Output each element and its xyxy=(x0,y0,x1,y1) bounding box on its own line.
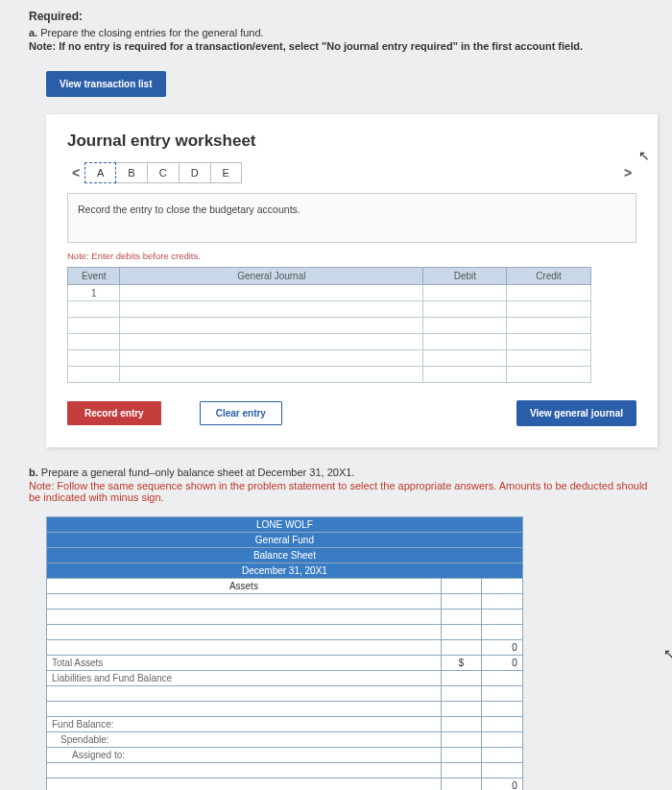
asset-row[interactable] xyxy=(47,594,442,610)
part-a-line: a. Prepare the closing entries for the g… xyxy=(29,27,658,38)
fb-amount: 0 xyxy=(482,778,523,791)
tab-c[interactable]: C xyxy=(148,162,180,183)
liab-row[interactable] xyxy=(47,686,442,702)
account-cell[interactable] xyxy=(120,367,423,383)
debit-cell[interactable] xyxy=(423,334,507,350)
assigned-to-label: Assigned to: xyxy=(47,748,442,763)
asset-amount: 0 xyxy=(482,640,523,656)
part-a-note: Note: If no entry is required for a tran… xyxy=(29,40,658,52)
part-b-text: Prepare a general fund–only balance shee… xyxy=(41,467,355,478)
spendable-label: Spendable: xyxy=(47,732,442,748)
account-cell[interactable] xyxy=(120,301,423,318)
col-general-journal: General Journal xyxy=(120,268,423,285)
credit-cell[interactable] xyxy=(507,350,590,367)
next-chevron-icon[interactable]: > xyxy=(619,165,636,180)
record-entry-button[interactable]: Record entry xyxy=(67,401,161,425)
asset-row[interactable] xyxy=(47,640,442,656)
debits-before-credits-note: Note: Enter debits before credits. xyxy=(67,251,636,261)
bs-company: LONE WOLF xyxy=(47,517,523,533)
bs-title: Balance Sheet xyxy=(47,548,523,563)
instruction-box: Record the entry to close the budgetary … xyxy=(67,193,636,243)
account-cell[interactable] xyxy=(120,318,423,334)
asset-row[interactable] xyxy=(47,610,442,625)
debit-cell[interactable] xyxy=(423,301,507,318)
clear-entry-button[interactable]: Clear entry xyxy=(200,401,282,425)
worksheet-title: Journal entry worksheet xyxy=(67,132,636,151)
credit-cell[interactable] xyxy=(507,285,590,301)
fund-balance-label: Fund Balance: xyxy=(47,717,442,732)
assets-heading: Assets xyxy=(47,579,442,594)
required-label: Required: xyxy=(29,10,658,23)
cursor-icon: ↖ xyxy=(638,148,650,163)
tab-e[interactable]: E xyxy=(211,162,242,183)
debit-cell[interactable] xyxy=(423,285,507,301)
part-a-letter: a. xyxy=(29,27,37,38)
debit-cell[interactable] xyxy=(423,318,507,334)
total-assets-amount: 0 xyxy=(482,656,523,671)
view-transaction-list-button[interactable]: View transaction list xyxy=(46,71,166,97)
fb-row[interactable] xyxy=(47,763,442,778)
debit-cell[interactable] xyxy=(423,367,507,383)
credit-cell[interactable] xyxy=(507,334,590,350)
account-cell[interactable] xyxy=(120,350,423,367)
credit-cell[interactable] xyxy=(507,318,590,334)
prev-chevron-icon[interactable]: < xyxy=(67,165,84,180)
balance-sheet-table: LONE WOLF General Fund Balance Sheet Dec… xyxy=(46,516,523,790)
view-general-journal-button[interactable]: View general journal xyxy=(516,400,636,426)
tab-row: < A B C D E > xyxy=(67,162,636,183)
journal-entry-table: Event General Journal Debit Credit 1 xyxy=(67,267,591,383)
section-b: b. Prepare a general fund–only balance s… xyxy=(29,467,658,503)
tab-a[interactable]: A xyxy=(84,162,116,183)
dollar-sign: $ xyxy=(441,656,482,671)
col-event: Event xyxy=(68,268,120,285)
tab-b[interactable]: B xyxy=(116,162,147,183)
liab-row[interactable] xyxy=(47,702,442,717)
part-a-text: Prepare the closing entries for the gene… xyxy=(40,27,263,38)
account-cell[interactable] xyxy=(120,285,423,301)
bs-date: December 31, 20X1 xyxy=(47,563,523,579)
cursor-icon: ↖ xyxy=(663,646,672,661)
liab-fb-heading: Liabilities and Fund Balance xyxy=(47,671,442,686)
credit-cell[interactable] xyxy=(507,301,590,318)
journal-worksheet-card: ↖ Journal entry worksheet < A B C D E > … xyxy=(46,114,658,447)
fb-row[interactable] xyxy=(47,778,442,791)
col-debit: Debit xyxy=(423,268,507,285)
tab-d[interactable]: D xyxy=(180,162,211,183)
journal-buttons: Record entry Clear entry View general jo… xyxy=(67,400,636,426)
part-b-line: b. Prepare a general fund–only balance s… xyxy=(29,467,658,478)
credit-cell[interactable] xyxy=(507,367,590,383)
col-credit: Credit xyxy=(507,268,590,285)
asset-row[interactable] xyxy=(47,625,442,640)
part-b-letter: b. xyxy=(29,467,38,478)
debit-cell[interactable] xyxy=(423,350,507,367)
part-b-note: Note: Follow the same sequence shown in … xyxy=(29,480,658,503)
bs-fund: General Fund xyxy=(47,533,523,548)
total-assets-label: Total Assets xyxy=(47,656,442,671)
account-cell[interactable] xyxy=(120,334,423,350)
event-cell: 1 xyxy=(68,285,120,301)
